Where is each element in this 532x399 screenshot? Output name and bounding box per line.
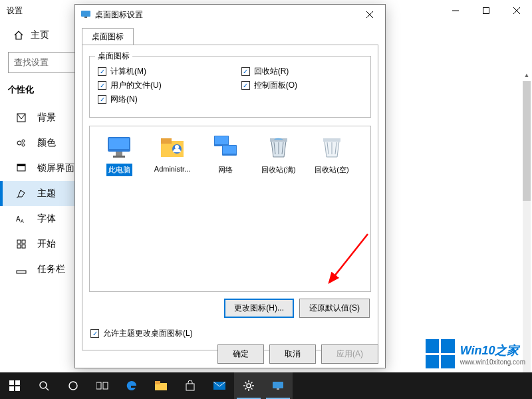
- scrollbar[interactable]: ▲ ▼: [523, 81, 531, 374]
- dialog-icon: [80, 9, 91, 21]
- svg-point-52: [247, 384, 251, 388]
- minimize-button[interactable]: [440, 0, 471, 21]
- svg-rect-49: [155, 381, 160, 384]
- taskbar: [0, 372, 532, 399]
- nav-label: 锁屏界面: [37, 162, 74, 174]
- nav-label: 任务栏: [37, 263, 65, 275]
- cortana-icon[interactable]: [59, 372, 88, 399]
- checkbox-network[interactable]: ✓网络(N): [98, 94, 162, 105]
- svg-rect-46: [96, 382, 101, 389]
- nav-icon: [16, 188, 27, 199]
- bin-empty-icon: [318, 133, 346, 161]
- svg-rect-19: [17, 271, 26, 273]
- edge-icon[interactable]: [117, 372, 146, 399]
- preview-item-bin-full[interactable]: 回收站(满): [256, 133, 301, 179]
- store-icon[interactable]: [176, 372, 205, 399]
- preview-label: 回收站(空): [313, 164, 350, 176]
- restore-defaults-button[interactable]: 还原默认值(S): [299, 299, 370, 318]
- svg-line-57: [245, 382, 247, 384]
- cancel-button[interactable]: 取消: [269, 344, 316, 364]
- nav-label: 颜色: [37, 137, 56, 149]
- svg-line-59: [245, 388, 247, 390]
- pc-icon: [105, 133, 133, 161]
- settings-taskbar-icon[interactable]: [234, 372, 263, 399]
- checkbox-recycle-bin[interactable]: ✓回收站(R): [241, 66, 297, 77]
- dialog-close-button[interactable]: [356, 6, 384, 23]
- nav-label: 开始: [37, 238, 56, 250]
- svg-rect-27: [113, 156, 125, 158]
- svg-rect-40: [15, 380, 20, 385]
- scroll-up-icon[interactable]: ▲: [523, 72, 531, 80]
- preview-item-folder[interactable]: Administr...: [150, 133, 195, 177]
- icon-preview-area[interactable]: 此电脑Administr...网络回收站(满)回收站(空): [89, 126, 371, 292]
- svg-text:A: A: [16, 215, 21, 223]
- checkbox-control-panel[interactable]: ✓控制面板(O): [241, 80, 297, 91]
- nav-icon: [16, 112, 27, 123]
- svg-rect-26: [116, 152, 122, 156]
- desktop-icons-group: 桌面图标 ✓计算机(M) ✓用户的文件(U) ✓网络(N) ✓回收站(R) ✓控…: [89, 56, 371, 118]
- close-button[interactable]: [501, 0, 532, 21]
- svg-rect-17: [17, 245, 21, 248]
- svg-text:A: A: [21, 219, 24, 223]
- task-view-icon[interactable]: [88, 372, 117, 399]
- start-button[interactable]: [0, 372, 29, 399]
- svg-rect-62: [277, 388, 279, 390]
- nav-icon: [16, 264, 27, 275]
- svg-rect-41: [9, 386, 14, 391]
- svg-point-45: [69, 382, 77, 390]
- watermark-url: www.win10xitong.com: [460, 358, 525, 366]
- nav-icon: [16, 163, 27, 174]
- svg-point-9: [22, 144, 25, 146]
- svg-rect-39: [9, 380, 14, 385]
- network-icon: [211, 133, 239, 161]
- svg-rect-37: [323, 138, 340, 142]
- svg-rect-16: [22, 240, 25, 243]
- preview-item-pc[interactable]: 此电脑: [96, 133, 142, 179]
- svg-point-8: [22, 140, 25, 142]
- svg-rect-42: [15, 386, 20, 391]
- preview-item-bin-empty[interactable]: 回收站(空): [309, 133, 354, 179]
- maximize-button[interactable]: [471, 0, 501, 21]
- tab-panel: 桌面图标 ✓计算机(M) ✓用户的文件(U) ✓网络(N) ✓回收站(R) ✓控…: [82, 45, 378, 350]
- bin-full-icon: [265, 133, 293, 161]
- checkbox-allow-themes[interactable]: ✓允许主题更改桌面图标(L): [90, 328, 193, 339]
- svg-point-43: [40, 382, 47, 388]
- svg-line-60: [251, 382, 253, 384]
- apply-button[interactable]: 应用(A): [321, 344, 378, 364]
- dialog-title: 桌面图标设置: [95, 9, 143, 21]
- svg-rect-1: [483, 8, 489, 14]
- checkbox-computer[interactable]: ✓计算机(M): [98, 66, 162, 77]
- svg-point-7: [17, 141, 21, 145]
- search-placeholder: 查找设置: [14, 57, 49, 68]
- svg-rect-11: [17, 164, 25, 166]
- desktop-icon-settings-dialog: 桌面图标设置 桌面图标 桌面图标 ✓计算机(M) ✓用户的文件(U) ✓网络(N…: [74, 4, 386, 368]
- taskbar-search-icon[interactable]: [29, 372, 59, 399]
- svg-rect-35: [223, 146, 236, 154]
- svg-rect-18: [22, 245, 25, 248]
- nav-icon: [16, 239, 27, 249]
- nav-icon: AA: [16, 213, 27, 224]
- preview-label: 此电脑: [106, 164, 132, 176]
- window-controls: [440, 0, 532, 21]
- dialog-titlebar: 桌面图标设置: [75, 5, 385, 25]
- svg-rect-15: [17, 240, 21, 243]
- mail-icon[interactable]: [205, 372, 234, 399]
- desktop-settings-taskbar-icon[interactable]: [263, 372, 293, 399]
- change-icon-button[interactable]: 更改图标(H)...: [224, 299, 294, 318]
- watermark: Win10之家 www.win10xitong.com: [426, 339, 525, 368]
- tab-desktop-icons[interactable]: 桌面图标: [82, 28, 134, 45]
- scroll-thumb[interactable]: [523, 81, 531, 201]
- ok-button[interactable]: 确定: [217, 344, 264, 364]
- svg-rect-29: [161, 138, 172, 144]
- nav-label: 主题: [37, 188, 56, 200]
- preview-item-network[interactable]: 网络: [203, 133, 248, 179]
- nav-icon: [16, 138, 27, 148]
- windows-logo-icon: [426, 339, 455, 368]
- preview-label: 回收站(满): [259, 164, 297, 176]
- checkbox-user-files[interactable]: ✓用户的文件(U): [98, 80, 162, 91]
- nav-label: 字体: [37, 213, 56, 225]
- svg-line-58: [251, 388, 253, 390]
- svg-line-12: [17, 197, 18, 198]
- file-explorer-icon[interactable]: [146, 372, 176, 399]
- nav-label: 背景: [37, 112, 56, 124]
